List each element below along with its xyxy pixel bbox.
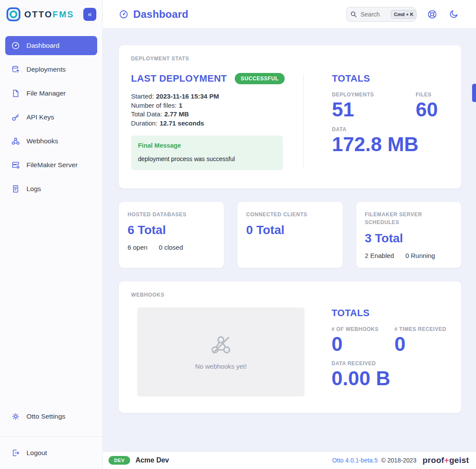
sidebar-item-otto-settings[interactable]: Otto Settings	[5, 407, 97, 426]
sidebar-nav: Dashboard Deployments File Manager API K…	[0, 29, 102, 198]
app-window: OTTOFMS « Dashboard Deployments File	[0, 0, 476, 469]
field-started: Started:2023-11-16 15:34 PM	[131, 92, 303, 101]
moon-icon	[449, 9, 459, 19]
stat-times-received: # TIMES RECEIVED 0	[394, 326, 446, 356]
search-shortcut-kbd: Cmd + K	[391, 10, 417, 19]
totals-title: TOTALS	[332, 73, 438, 84]
field-number-of-files: Number of files:1	[131, 101, 303, 110]
page-title: Dashboard	[133, 8, 188, 20]
edge-widget-tab[interactable]	[472, 84, 476, 102]
final-message-box: Final Message deployment process was suc…	[131, 135, 283, 170]
connected-clients-total: 0 Total	[246, 223, 334, 237]
search-input[interactable]	[360, 10, 388, 18]
sidebar-item-label: Webhooks	[26, 137, 58, 145]
ottofms-logo-icon	[6, 7, 21, 22]
final-message-text: deployment process was successful	[138, 155, 276, 162]
summary-cards-row: HOSTED DATABASES 6 Total 6 open 0 closed…	[119, 202, 461, 268]
stat-data-received: DATA RECEIVED 0.00 B	[332, 360, 446, 390]
sidebar-bottom: Otto Settings Logout	[0, 407, 102, 469]
sidebar-item-filemaker-server[interactable]: FileMaker Server	[5, 155, 97, 175]
env-badge: DEV	[108, 456, 130, 465]
vertical-divider	[303, 75, 304, 168]
webhook-slash-icon	[210, 334, 232, 356]
logout-button[interactable]: Logout	[5, 443, 97, 462]
stat-files: FILES 60	[416, 92, 438, 121]
sidebar: OTTOFMS « Dashboard Deployments File	[0, 0, 103, 469]
webhooks-card: WEBHOOKS No webhooks yet! TOTALS # OF WE…	[119, 281, 461, 413]
stat-data: DATA 172.8 MB	[332, 126, 438, 156]
support-icon	[427, 9, 437, 20]
fms-schedules-details: 2 Enabled 0 Running	[365, 252, 453, 259]
dashboard-content: DEPLOYMENT STATS LAST DEPLOYMENT SUCCESS…	[103, 29, 476, 451]
search-icon	[350, 11, 357, 18]
field-duration: Duration:12.71 seconds	[131, 119, 303, 128]
search-box[interactable]: Cmd + K	[346, 7, 416, 22]
totals-panel: TOTALS DEPLOYMENTS 51 FILES 60 D	[332, 73, 438, 170]
sidebar-item-dashboard[interactable]: Dashboard	[5, 36, 97, 55]
sidebar-item-label: Otto Settings	[26, 413, 66, 420]
deployment-fields: Started:2023-11-16 15:34 PM Number of fi…	[131, 92, 303, 128]
logout-icon	[11, 449, 20, 457]
fms-schedules-label: FILEMAKER SERVER SCHEDULES	[365, 211, 445, 227]
file-manager-icon	[11, 89, 20, 98]
dashboard-title-icon	[119, 10, 128, 19]
field-total-data: Total Data:2.77 MB	[131, 110, 303, 119]
collapse-sidebar-button[interactable]: «	[83, 8, 96, 21]
hosted-databases-card: HOSTED DATABASES 6 Total 6 open 0 closed	[119, 202, 224, 268]
sidebar-header: OTTOFMS «	[0, 0, 102, 29]
sidebar-item-label: Dashboard	[26, 42, 59, 50]
fms-schedules-total: 3 Total	[365, 231, 453, 245]
hosted-databases-total: 6 Total	[128, 223, 215, 237]
deployment-stats-label: DEPLOYMENT STATS	[131, 56, 449, 62]
filemaker-server-icon	[11, 161, 20, 169]
top-bar: Dashboard Cmd + K	[103, 0, 476, 29]
logout-label: Logout	[26, 449, 47, 457]
webhooks-icon	[11, 137, 20, 145]
version-link[interactable]: Otto 4.0.1-beta.5	[332, 457, 378, 464]
final-message-title: Final Message	[138, 142, 276, 149]
webhooks-empty-text: No webhooks yet!	[195, 363, 246, 370]
sidebar-item-label: API Keys	[26, 113, 54, 121]
main-area: Dashboard Cmd + K	[103, 0, 476, 469]
webhooks-empty-state: No webhooks yet!	[137, 307, 305, 396]
sidebar-item-webhooks[interactable]: Webhooks	[5, 132, 97, 151]
deployment-status-badge: SUCCESSFUL	[235, 73, 285, 84]
proof-geist-logo: proof+geist	[423, 456, 469, 465]
sidebar-item-label: Deployments	[26, 66, 66, 73]
sidebar-item-label: File Manager	[26, 89, 66, 97]
stat-deployments: DEPLOYMENTS 51	[332, 92, 416, 121]
api-keys-icon	[11, 113, 20, 122]
fms-schedules-card: FILEMAKER SERVER SCHEDULES 3 Total 2 Ena…	[356, 202, 461, 268]
topbar-actions: Cmd + K	[346, 7, 459, 22]
webhooks-label: WEBHOOKS	[131, 292, 449, 298]
sidebar-item-logs[interactable]: Logs	[5, 179, 97, 198]
app-logo-text: OTTOFMS	[24, 10, 74, 20]
footer-right: Otto 4.0.1-beta.5 © 2018-2023 proof+geis…	[332, 456, 469, 465]
sidebar-item-deployments[interactable]: Deployments	[5, 60, 97, 79]
stat-webhook-count: # OF WEBHOOKS 0	[332, 326, 394, 356]
dark-mode-toggle[interactable]	[449, 9, 459, 19]
logo-text-fms: FMS	[53, 10, 74, 19]
connected-clients-label: CONNECTED CLIENTS	[246, 211, 326, 219]
sidebar-item-api-keys[interactable]: API Keys	[5, 108, 97, 127]
dashboard-icon	[11, 41, 20, 50]
footer: DEV Acme Dev Otto 4.0.1-beta.5 © 2018-20…	[103, 451, 476, 469]
connected-clients-card: CONNECTED CLIENTS 0 Total	[237, 202, 342, 268]
sidebar-item-file-manager[interactable]: File Manager	[5, 84, 97, 103]
last-deployment-panel: LAST DEPLOYMENT SUCCESSFUL Started:2023-…	[131, 73, 303, 170]
hosted-databases-label: HOSTED DATABASES	[128, 211, 208, 219]
logout-section: Logout	[0, 436, 102, 469]
last-deployment-title: LAST DEPLOYMENT	[131, 73, 227, 84]
logs-icon	[11, 185, 20, 193]
sidebar-item-label: Logs	[26, 185, 41, 193]
logo-text-otto: OTTO	[24, 10, 53, 19]
copyright-text: © 2018-2023	[381, 457, 417, 464]
webhooks-totals-title: TOTALS	[332, 307, 446, 319]
page-title-wrap: Dashboard	[119, 8, 188, 20]
hosted-databases-details: 6 open 0 closed	[128, 244, 215, 251]
gear-icon	[11, 412, 20, 421]
webhooks-totals-panel: TOTALS # OF WEBHOOKS 0 # TIMES RECEIVED …	[332, 307, 446, 396]
deployment-stats-card: DEPLOYMENT STATS LAST DEPLOYMENT SUCCESS…	[119, 45, 461, 188]
sidebar-item-label: FileMaker Server	[26, 161, 78, 169]
support-button[interactable]	[427, 9, 437, 20]
